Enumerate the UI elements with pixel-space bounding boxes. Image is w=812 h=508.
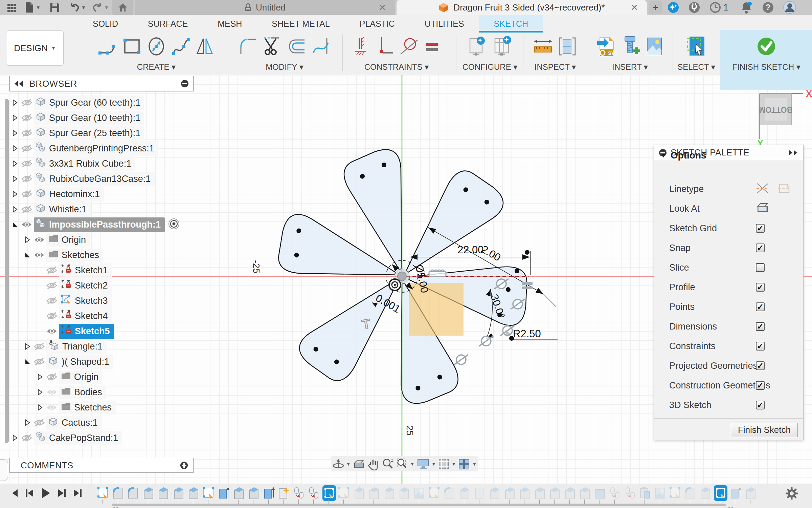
- visibility-eye-icon[interactable]: [20, 205, 34, 213]
- timeline-feature-newcomp[interactable]: [277, 485, 291, 502]
- timeline-feature-extrude-dim[interactable]: [533, 485, 547, 502]
- timeline-feature-extrude-dim[interactable]: [548, 485, 562, 502]
- timeline-feature-sketch-dim[interactable]: [669, 485, 682, 502]
- finish-sketch-button[interactable]: Finish Sketch: [731, 423, 798, 437]
- visibility-eye-icon[interactable]: [45, 297, 59, 305]
- visibility-eye-icon[interactable]: [20, 434, 34, 442]
- timeline-feature-extrude-dim[interactable]: [563, 485, 577, 502]
- tangent-constraint-icon[interactable]: [398, 35, 420, 59]
- timeline-feature-extrude[interactable]: [172, 485, 185, 502]
- tree-row-hectominx-1[interactable]: Hectominx:1: [10, 187, 104, 201]
- tree-row-3x3x1-rubix-cube-1[interactable]: 3x3x1 Rubix Cube:1: [10, 156, 135, 171]
- timeline-feature-joint-dim[interactable]: [624, 485, 637, 502]
- look-at-icon[interactable]: [353, 458, 365, 470]
- timeline-feature-image-dim[interactable]: [413, 485, 426, 502]
- configure-dropdown[interactable]: CONFIGURE ▾: [459, 62, 520, 72]
- insert-dropdown[interactable]: INSERT ▾: [590, 62, 670, 72]
- tree-row-spur-gear-10-teeth-1[interactable]: Spur Gear (10 teeth):1: [10, 111, 144, 125]
- visibility-eye-icon[interactable]: [20, 160, 34, 168]
- timeline-feature-extrude[interactable]: [247, 485, 261, 502]
- add-comment-icon[interactable]: [180, 461, 188, 470]
- tree-row-cactus-1[interactable]: Cactus:1: [23, 416, 102, 430]
- checkbox-slice[interactable]: [756, 263, 765, 272]
- timeline-feature-sketch[interactable]: [96, 485, 110, 502]
- visibility-eye-icon[interactable]: [45, 312, 59, 320]
- timeline-step-forward-icon[interactable]: [57, 488, 67, 498]
- ribbon-tab-surface[interactable]: SURFACE: [133, 15, 203, 33]
- configure-feature-icon[interactable]: [465, 35, 489, 60]
- doc-tab-active[interactable]: Dragon Fruit 3 Sided (v34~recovered)* ✕: [397, 0, 647, 15]
- visibility-eye-icon[interactable]: [45, 327, 59, 335]
- finish-sketch-icon[interactable]: [754, 35, 778, 60]
- timeline-feature-fillet[interactable]: [112, 485, 125, 502]
- timeline-feature-joint-dim[interactable]: [608, 485, 622, 502]
- expand-arrow[interactable]: [10, 160, 20, 167]
- visibility-eye-icon[interactable]: [45, 403, 59, 411]
- timeline-feature-fillet[interactable]: [127, 485, 140, 502]
- tree-row-rubixcubegan13case-1[interactable]: RubixCubeGan13Case:1: [10, 172, 155, 186]
- orbit-icon[interactable]: ▼: [332, 458, 351, 470]
- zoom-window-icon[interactable]: ▼: [396, 458, 415, 470]
- design-workspace-selector[interactable]: DESIGN▼: [6, 30, 64, 66]
- ribbon-tab-plastic[interactable]: PLASTIC: [345, 15, 410, 33]
- timeline-feature-boxup-dim[interactable]: [729, 485, 742, 502]
- select-dropdown[interactable]: SELECT ▾: [676, 62, 717, 72]
- extensions-icon[interactable]: [688, 1, 700, 14]
- expand-arrow[interactable]: [35, 404, 45, 411]
- visibility-eye-icon[interactable]: [32, 251, 46, 259]
- ribbon-tab-sheet-metal[interactable]: SHEET METAL: [257, 15, 344, 33]
- save-icon[interactable]: [49, 1, 60, 14]
- centerline-toggle-icon[interactable]: [756, 182, 769, 196]
- tree-row-origin[interactable]: Origin: [23, 233, 90, 247]
- finish-sketch-dropdown[interactable]: FINISH SKETCH ▾: [724, 62, 809, 72]
- expand-arrow[interactable]: [23, 358, 32, 365]
- timeline-feature-extrude-dim[interactable]: [383, 485, 396, 502]
- tree-row-origin[interactable]: Origin: [35, 370, 103, 384]
- expand-arrow[interactable]: [10, 175, 20, 183]
- timeline-feature-sketch-sel[interactable]: [322, 485, 336, 502]
- timeline-feature-box-dim[interactable]: [593, 485, 607, 502]
- visibility-eye-icon[interactable]: [45, 281, 59, 290]
- timeline-feature-paste-dim[interactable]: [638, 485, 652, 502]
- look-at-button-icon[interactable]: [756, 202, 769, 215]
- checkbox-projected-geometries[interactable]: ✓: [756, 361, 765, 370]
- home-button[interactable]: [112, 0, 133, 15]
- visibility-eye-icon[interactable]: [20, 190, 34, 198]
- visibility-eye-icon[interactable]: [20, 220, 34, 229]
- spline-tool-icon[interactable]: [170, 35, 192, 59]
- tangent-constraint-badge[interactable]: [479, 336, 493, 346]
- expand-arrow[interactable]: [10, 221, 20, 228]
- zoom-icon[interactable]: ±: [381, 458, 394, 470]
- tree-row-bodies[interactable]: Bodies: [35, 385, 106, 399]
- insert-mcmaster-icon[interactable]: [619, 35, 641, 60]
- panel-handle[interactable]: [0, 459, 8, 481]
- expand-arrow[interactable]: [10, 434, 20, 442]
- sketch-point[interactable]: [509, 336, 514, 341]
- close-tab-icon[interactable]: ✕: [379, 2, 386, 13]
- tree-row-spur-gear-25-teeth-1[interactable]: Spur Gear (25 teeth):1: [10, 126, 144, 140]
- job-status-icon[interactable]: 1: [709, 1, 728, 14]
- checkbox-construction-geometries[interactable]: ✓: [756, 381, 765, 390]
- line-tool-icon[interactable]: [96, 35, 119, 59]
- file-menu-icon[interactable]: ▼: [24, 1, 41, 14]
- visibility-eye-icon[interactable]: [45, 388, 59, 396]
- tree-row-sketch1[interactable]: Sketch1: [35, 263, 112, 277]
- timeline-feature-joint[interactable]: [307, 485, 321, 502]
- pan-icon[interactable]: [367, 458, 379, 470]
- expand-arrow[interactable]: [23, 343, 32, 350]
- visibility-eye-icon[interactable]: [32, 236, 46, 244]
- visibility-eye-icon[interactable]: [32, 358, 46, 366]
- timeline-feature-boxup[interactable]: [262, 485, 276, 502]
- expand-arrow[interactable]: [23, 251, 32, 259]
- checkbox-constraints[interactable]: ✓: [756, 342, 765, 351]
- timeline-feature-extrude-dim[interactable]: [744, 485, 758, 502]
- visibility-eye-icon[interactable]: [32, 419, 46, 427]
- tree-row-cakepopstand-1[interactable]: CakePopStand:1: [10, 431, 122, 445]
- insert-image-icon[interactable]: [643, 35, 666, 59]
- rectangle-tool-icon[interactable]: [121, 35, 143, 59]
- visibility-eye-icon[interactable]: [20, 144, 34, 152]
- insert-svg-icon[interactable]: SVG: [594, 35, 617, 60]
- browser-scrollbar[interactable]: [5, 99, 9, 443]
- timeline-feature-extrude-dim[interactable]: [699, 485, 712, 502]
- avatar[interactable]: [783, 1, 796, 14]
